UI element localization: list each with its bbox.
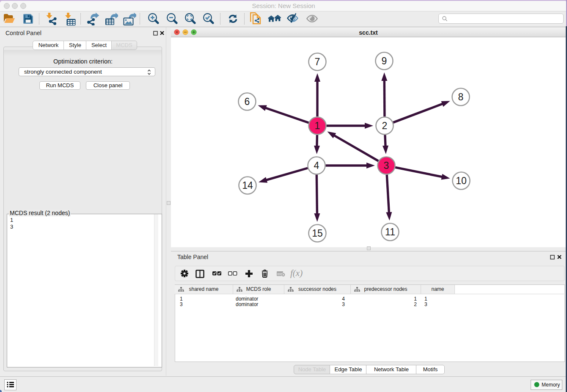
svg-text:6: 6 <box>245 96 250 107</box>
svg-text:1: 1 <box>315 120 320 131</box>
svg-text:9: 9 <box>382 55 387 66</box>
svg-text:15: 15 <box>312 228 323 239</box>
svg-text:11: 11 <box>385 226 395 237</box>
svg-text:10: 10 <box>456 175 467 186</box>
svg-text:4: 4 <box>314 160 319 171</box>
svg-text:2: 2 <box>382 120 388 131</box>
svg-text:7: 7 <box>315 56 320 67</box>
svg-text:3: 3 <box>384 160 389 171</box>
svg-text:14: 14 <box>242 180 253 191</box>
svg-text:8: 8 <box>458 91 464 102</box>
